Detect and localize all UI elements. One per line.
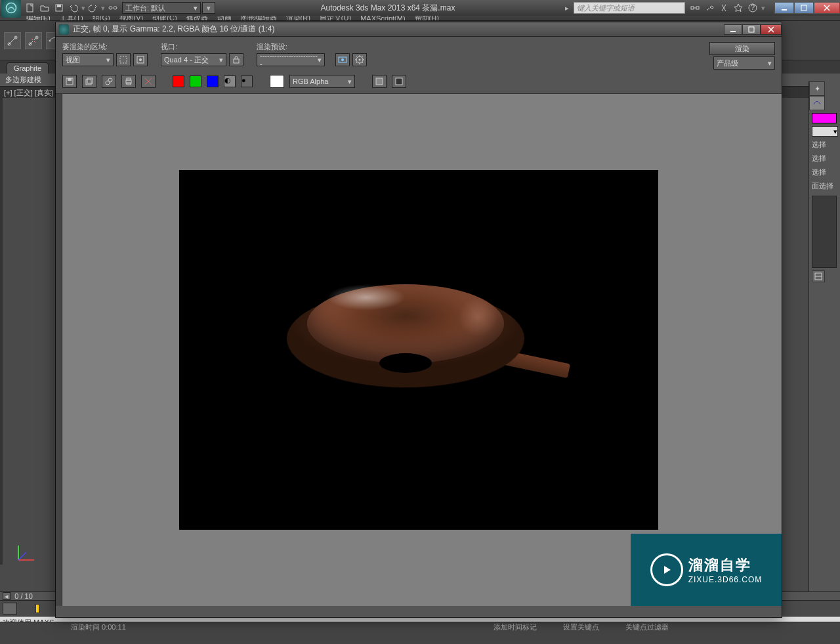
delete-image-icon[interactable] <box>141 75 156 88</box>
menu-item[interactable]: MAXScript(M) <box>360 16 405 21</box>
channel-display-dropdown[interactable]: RGB Alpha ▾ <box>289 75 355 88</box>
render-status-strip: 渲染时间 0:00:11 添加时间标记 设置关键点 关键点过滤器 <box>0 622 840 632</box>
menu-item[interactable]: 图形编辑器 <box>241 16 277 21</box>
render-window-controls <box>724 24 782 35</box>
clone-image-icon[interactable] <box>102 75 116 88</box>
key-filter-label[interactable]: 关键点过滤器 <box>625 622 669 632</box>
svg-rect-12 <box>801 5 807 11</box>
key-marker[interactable] <box>35 604 39 613</box>
link-icon[interactable] <box>106 2 119 14</box>
channel-blue-toggle[interactable] <box>207 75 219 87</box>
rw-close-button[interactable] <box>761 24 782 35</box>
selection-label[interactable]: 选择 <box>809 165 840 179</box>
search-go-icon[interactable]: ▸ <box>560 2 574 14</box>
copy-image-icon[interactable] <box>82 75 96 88</box>
set-key-label[interactable]: 设置关键点 <box>563 622 599 632</box>
maximize-button[interactable] <box>794 2 814 14</box>
lock-viewport-icon[interactable] <box>229 53 243 66</box>
auto-region-icon[interactable] <box>133 53 148 66</box>
render-setup-icon[interactable] <box>335 53 350 66</box>
svg-rect-43 <box>376 78 383 85</box>
svg-rect-35 <box>68 78 72 81</box>
modifier-list-dropdown[interactable]: ▾ <box>812 126 838 137</box>
chevron-down-icon: ▾ <box>318 56 322 64</box>
render-button-label: 渲染 <box>735 44 749 54</box>
menu-item[interactable]: 组(G) <box>93 16 110 21</box>
selection-label[interactable]: 选择 <box>809 152 840 165</box>
menu-item[interactable]: 视图(V) <box>119 16 144 21</box>
help-dropdown-icon[interactable]: ▾ <box>761 4 765 12</box>
open-file-icon[interactable] <box>38 2 51 14</box>
svg-point-39 <box>108 78 112 82</box>
exchange-icon[interactable] <box>718 2 730 14</box>
render-quality-dropdown[interactable]: 产品级 ▾ <box>713 56 775 70</box>
region-edit-icon[interactable] <box>116 53 131 66</box>
channel-alpha-toggle[interactable]: ◐ <box>224 75 236 87</box>
render-window-title: 正交, 帧 0, 显示 Gamma: 2.2, RGBA 颜色 16 位/通道 … <box>73 24 724 35</box>
render-button[interactable]: 渲染 <box>709 42 775 55</box>
unlink-icon[interactable] <box>25 32 42 49</box>
qat-dropdown-icon[interactable]: ▾ <box>101 4 105 12</box>
channel-red-toggle[interactable] <box>173 75 184 87</box>
menu-item[interactable]: 创建(C) <box>152 16 177 21</box>
favorite-icon[interactable] <box>732 2 744 14</box>
qat-dropdown-icon[interactable]: ▾ <box>81 4 85 12</box>
render-preset-label: 渲染预设: <box>257 42 367 52</box>
rw-maximize-button[interactable] <box>742 24 761 35</box>
render-window-titlebar[interactable]: 正交, 帧 0, 显示 Gamma: 2.2, RGBA 颜色 16 位/通道 … <box>56 22 782 37</box>
render-frame-window: 正交, 帧 0, 显示 Gamma: 2.2, RGBA 颜色 16 位/通道 … <box>55 22 782 618</box>
selection-label[interactable]: 面选择 <box>809 179 840 193</box>
help-icon[interactable]: ? <box>747 2 759 14</box>
workspace-dropdown[interactable]: 工作台: 默认 ▾ <box>122 2 201 14</box>
redo-icon[interactable] <box>87 2 100 14</box>
svg-rect-25 <box>749 27 754 32</box>
undo-icon[interactable] <box>67 2 80 14</box>
rw-minimize-button[interactable] <box>724 24 742 35</box>
tab-graphite[interactable]: Graphite <box>7 62 49 74</box>
menu-item[interactable]: 编辑(E) <box>26 16 51 21</box>
menu-item[interactable]: 帮助(H) <box>415 16 439 21</box>
print-image-icon[interactable] <box>121 75 136 88</box>
chevron-down-icon: ▾ <box>106 56 110 64</box>
menu-item[interactable]: 修改器 <box>186 16 208 21</box>
menu-item[interactable]: 工具(T) <box>60 16 83 21</box>
selection-set-list[interactable] <box>812 196 837 268</box>
menu-item[interactable]: 渲染(R) <box>286 16 310 21</box>
render-viewport[interactable]: 溜溜自学 ZIXUE.3D66.COM <box>56 94 782 606</box>
render-scrollbar-vertical[interactable] <box>56 94 62 606</box>
trackbar-config-icon[interactable] <box>3 603 17 614</box>
render-preset-dropdown[interactable]: ------------------------- ▾ <box>257 53 325 66</box>
render-viewport-label: 视口: <box>161 42 243 52</box>
channel-green-toggle[interactable] <box>190 75 201 87</box>
save-image-icon[interactable] <box>62 75 77 88</box>
workspace-extra-icon[interactable]: ▾ <box>202 2 215 14</box>
select-link-icon[interactable] <box>4 32 21 49</box>
selection-label[interactable]: 选择 <box>809 138 840 152</box>
search-input[interactable]: 键入关键字或短语 <box>574 2 685 14</box>
environment-icon[interactable] <box>352 53 367 66</box>
configure-sets-icon[interactable] <box>812 270 825 282</box>
channel-mono-toggle[interactable]: ● <box>241 75 253 87</box>
create-tab-icon[interactable]: ✦ <box>809 81 825 96</box>
minimize-button[interactable] <box>774 2 794 14</box>
chevron-down-icon: ▾ <box>348 77 352 86</box>
add-time-tag-label[interactable]: 添加时间标记 <box>494 622 537 632</box>
render-viewport-dropdown[interactable]: Quad 4 - 正交 ▾ <box>161 53 226 66</box>
save-file-icon[interactable] <box>52 2 66 14</box>
modify-tab-icon[interactable] <box>809 96 825 110</box>
search-placeholder: 键入关键字或短语 <box>577 3 635 13</box>
render-viewport-group: 视口: Quad 4 - 正交 ▾ <box>161 42 243 66</box>
menu-item[interactable]: 动画 <box>217 16 232 21</box>
background-color-swatch[interactable] <box>270 75 284 88</box>
toggle-ui-icon[interactable] <box>392 75 406 88</box>
search-icon[interactable] <box>689 2 701 14</box>
render-area-dropdown[interactable]: 视图 ▾ <box>62 53 114 66</box>
slider-left-icon[interactable]: ◂ <box>3 592 10 600</box>
menu-item[interactable]: 自定义(U) <box>320 16 351 21</box>
app-menu-icon[interactable] <box>1 0 21 18</box>
toggle-overlay-icon[interactable] <box>372 75 387 88</box>
new-file-icon[interactable] <box>24 2 37 14</box>
object-color-swatch[interactable] <box>812 113 837 123</box>
close-button[interactable] <box>814 2 840 14</box>
tools-icon[interactable] <box>704 2 715 14</box>
